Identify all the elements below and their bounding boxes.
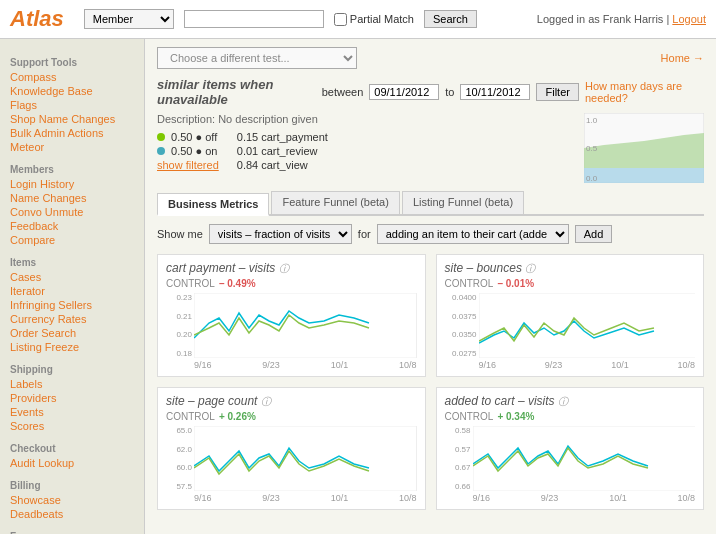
metrics-left: 0.50 ● off 0.50 ● on show filtered — [157, 131, 219, 171]
svg-rect-11 — [479, 293, 696, 358]
tab-feature-funnel[interactable]: Feature Funnel (beta) — [271, 191, 399, 214]
desc-text: Description: No description given — [157, 113, 574, 125]
layout: Support Tools Compass Knowledge Base Fla… — [0, 39, 716, 534]
sidebar-item-infringing[interactable]: Infringing Sellers — [10, 298, 134, 312]
metric-title-added-cart: added to cart – visits ⓘ — [445, 394, 696, 409]
control-value-2: – 0.01% — [497, 278, 534, 289]
metric-card-page-count: site – page count ⓘ CONTROL + 0.26% 65.0… — [157, 387, 426, 510]
logo: Atlas — [10, 6, 64, 32]
metric-cart-review: 0.01 cart_review — [237, 145, 328, 157]
chart-x-labels-4: 9/169/2310/110/8 — [473, 493, 696, 503]
sidebar-item-convo-unmute[interactable]: Convo Unmute — [10, 205, 134, 219]
sidebar-item-listing-freeze[interactable]: Listing Freeze — [10, 340, 134, 354]
metric-title-bounces: site – bounces ⓘ — [445, 261, 696, 276]
sidebar-item-bulk-admin[interactable]: Bulk Admin Actions — [10, 126, 134, 140]
partial-match-label: Partial Match — [334, 13, 414, 26]
sidebar-item-currency[interactable]: Currency Rates — [10, 312, 134, 326]
sidebar-item-flags[interactable]: Flags — [10, 98, 134, 112]
member-select[interactable]: Member — [84, 9, 174, 29]
search-button[interactable]: Search — [424, 10, 477, 28]
home-link[interactable]: Home → — [661, 52, 704, 64]
metric-title-cart-payment: cart payment – visits ⓘ — [166, 261, 417, 276]
add-button[interactable]: Add — [575, 225, 613, 243]
sidebar-item-feedback[interactable]: Feedback — [10, 219, 134, 233]
control-label-2: CONTROL – 0.01% — [445, 278, 696, 289]
sidebar-item-compass[interactable]: Compass — [10, 70, 134, 84]
svg-rect-13 — [473, 426, 696, 491]
metric-title-page-count: site – page count ⓘ — [166, 394, 417, 409]
info-icon-1: ⓘ — [279, 263, 289, 274]
control-value-3: + 0.26% — [219, 411, 256, 422]
desc-chart-svg: 1.0 0.5 0.0 9/16 9/23 10/1 10/8 — [584, 113, 704, 183]
svg-text:0.5: 0.5 — [586, 144, 598, 153]
show-me-bar: Show me visits – fraction of visits for … — [157, 224, 704, 244]
control-label-3: CONTROL + 0.26% — [166, 411, 417, 422]
logged-in-text: Logged in as Frank Harris | Logout — [537, 13, 706, 25]
info-icon-4: ⓘ — [558, 396, 568, 407]
chart-x-labels-1: 9/169/2310/110/8 — [194, 360, 417, 370]
sidebar-item-shop-name-changes[interactable]: Shop Name Changes — [10, 112, 134, 126]
chart-svg-1 — [194, 293, 417, 358]
metric-card-added-to-cart: added to cart – visits ⓘ CONTROL + 0.34%… — [436, 387, 705, 510]
metric-cart-view: 0.84 cart_view — [237, 159, 328, 171]
sidebar-item-name-changes[interactable]: Name Changes — [10, 191, 134, 205]
sidebar-item-showcase[interactable]: Showcase — [10, 493, 134, 507]
tabs: Business Metrics Feature Funnel (beta) L… — [157, 191, 704, 216]
top-bar: Choose a different test... Home → — [157, 47, 704, 69]
sidebar-item-meteor[interactable]: Meteor — [10, 140, 134, 154]
chart-svg-3 — [194, 426, 417, 491]
svg-rect-12 — [194, 426, 417, 491]
sidebar-item-cases[interactable]: Cases — [10, 270, 134, 284]
date-to-input[interactable] — [460, 84, 530, 100]
sidebar-item-order-search[interactable]: Order Search — [10, 326, 134, 340]
search-input[interactable] — [184, 10, 324, 28]
sidebar-item-scores[interactable]: Scores — [10, 419, 134, 433]
sidebar-item-labels[interactable]: Labels — [10, 377, 134, 391]
tab-listing-funnel[interactable]: Listing Funnel (beta) — [402, 191, 524, 214]
sidebar: Support Tools Compass Knowledge Base Fla… — [0, 39, 145, 534]
sidebar-item-events[interactable]: Events — [10, 405, 134, 419]
sidebar-item-providers[interactable]: Providers — [10, 391, 134, 405]
control-label-1: CONTROL – 0.49% — [166, 278, 417, 289]
show-filtered-link[interactable]: show filtered — [157, 159, 219, 171]
svg-text:1.0: 1.0 — [586, 116, 598, 125]
sidebar-item-iterator[interactable]: Iterator — [10, 284, 134, 298]
sidebar-section-support-tools: Support Tools — [10, 57, 134, 68]
chart-x-labels-3: 9/169/2310/110/8 — [194, 493, 417, 503]
metrics-right: 0.15 cart_payment 0.01 cart_review 0.84 … — [237, 131, 328, 171]
header: Atlas Member Partial Match Search Logged… — [0, 0, 716, 39]
main-content: Choose a different test... Home → simila… — [145, 39, 716, 534]
sidebar-item-audit-lookup[interactable]: Audit Lookup — [10, 456, 134, 470]
metrics-grid: cart payment – visits ⓘ CONTROL – 0.49% … — [157, 254, 704, 510]
for-select[interactable]: adding an item to their cart (adde — [377, 224, 569, 244]
dot-off-icon — [157, 133, 165, 141]
sidebar-item-login-history[interactable]: Login History — [10, 177, 134, 191]
metric-card-site-bounces: site – bounces ⓘ CONTROL – 0.01% 0.04000… — [436, 254, 705, 377]
sidebar-section-billing: Billing — [10, 480, 134, 491]
sidebar-section-items: Items — [10, 257, 134, 268]
metric-cart-payment: 0.15 cart_payment — [237, 131, 328, 143]
control-value-4: + 0.34% — [497, 411, 534, 422]
metric-card-cart-payment: cart payment – visits ⓘ CONTROL – 0.49% … — [157, 254, 426, 377]
similar-bar: similar items when unavailable between t… — [157, 77, 704, 107]
chart-x-labels-2: 9/169/2310/110/8 — [479, 360, 696, 370]
control-label-4: CONTROL + 0.34% — [445, 411, 696, 422]
date-from-input[interactable] — [369, 84, 439, 100]
logout-link[interactable]: Logout — [672, 13, 706, 25]
show-me-select[interactable]: visits – fraction of visits — [209, 224, 352, 244]
test-select[interactable]: Choose a different test... — [157, 47, 357, 69]
chart-svg-2 — [479, 293, 696, 358]
info-icon-2: ⓘ — [525, 263, 535, 274]
sidebar-item-deadbeats[interactable]: Deadbeats — [10, 507, 134, 521]
desc-row: Description: No description given 0.50 ●… — [157, 113, 704, 183]
how-many-link[interactable]: How many days are needed? — [585, 80, 704, 104]
svg-marker-2 — [584, 168, 704, 183]
partial-match-checkbox[interactable] — [334, 13, 347, 26]
sidebar-item-knowledge-base[interactable]: Knowledge Base — [10, 84, 134, 98]
metric-off: 0.50 ● off — [157, 131, 219, 143]
metric-on: 0.50 ● on — [157, 145, 219, 157]
tab-business-metrics[interactable]: Business Metrics — [157, 193, 269, 216]
sidebar-item-compare[interactable]: Compare — [10, 233, 134, 247]
filter-button[interactable]: Filter — [536, 83, 578, 101]
sidebar-section-members: Members — [10, 164, 134, 175]
